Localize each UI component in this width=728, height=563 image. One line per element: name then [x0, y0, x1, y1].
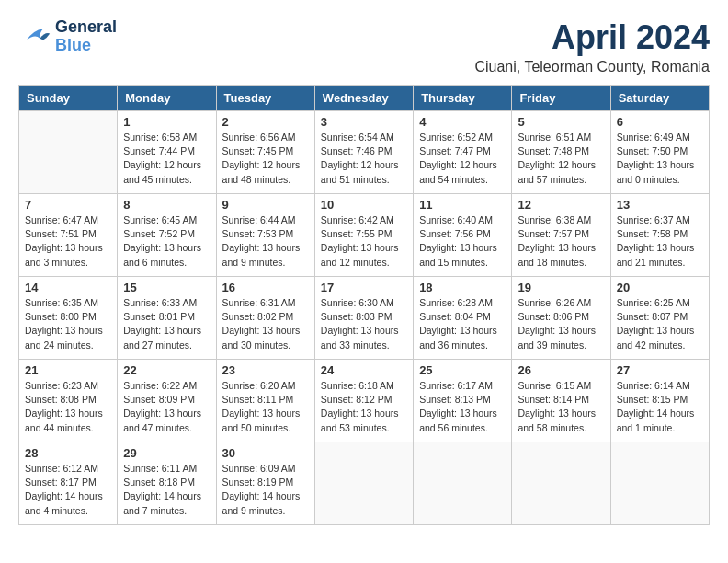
calendar-cell: [314, 442, 413, 525]
calendar-cell: 14Sunrise: 6:35 AMSunset: 8:00 PMDayligh…: [19, 277, 118, 360]
day-number: 22: [123, 363, 210, 377]
day-number: 3: [321, 115, 407, 129]
column-header-monday: Monday: [118, 86, 216, 111]
calendar-cell: 23Sunrise: 6:20 AMSunset: 8:11 PMDayligh…: [216, 360, 314, 442]
calendar-cell: 18Sunrise: 6:28 AMSunset: 8:04 PMDayligh…: [414, 277, 512, 360]
day-number: 11: [419, 198, 506, 212]
week-row-1: 1Sunrise: 6:58 AMSunset: 7:44 PMDaylight…: [19, 111, 710, 194]
page-header: General Blue April 2024 Ciuani, Teleorma…: [18, 18, 710, 75]
day-number: 21: [25, 363, 111, 377]
cell-info: Sunrise: 6:17 AMSunset: 8:13 PMDaylight:…: [419, 379, 506, 435]
calendar-cell: 21Sunrise: 6:23 AMSunset: 8:08 PMDayligh…: [19, 360, 118, 442]
cell-info: Sunrise: 6:30 AMSunset: 8:03 PMDaylight:…: [321, 296, 407, 352]
week-row-5: 28Sunrise: 6:12 AMSunset: 8:17 PMDayligh…: [19, 442, 710, 525]
calendar-cell: [414, 442, 512, 525]
calendar-cell: 10Sunrise: 6:42 AMSunset: 7:55 PMDayligh…: [314, 194, 413, 277]
cell-info: Sunrise: 6:54 AMSunset: 7:46 PMDaylight:…: [321, 131, 407, 187]
calendar-cell: 25Sunrise: 6:17 AMSunset: 8:13 PMDayligh…: [414, 360, 512, 442]
day-number: 16: [222, 281, 309, 294]
cell-info: Sunrise: 6:33 AMSunset: 8:01 PMDaylight:…: [123, 296, 210, 352]
column-header-friday: Friday: [512, 86, 610, 111]
calendar-cell: 19Sunrise: 6:26 AMSunset: 8:06 PMDayligh…: [512, 277, 610, 360]
day-number: 15: [123, 281, 210, 294]
day-number: 29: [123, 446, 210, 460]
week-row-4: 21Sunrise: 6:23 AMSunset: 8:08 PMDayligh…: [19, 360, 710, 442]
cell-info: Sunrise: 6:31 AMSunset: 8:02 PMDaylight:…: [222, 296, 309, 352]
day-number: 24: [321, 363, 407, 377]
calendar-cell: 6Sunrise: 6:49 AMSunset: 7:50 PMDaylight…: [610, 111, 709, 194]
cell-info: Sunrise: 6:12 AMSunset: 8:17 PMDaylight:…: [25, 462, 111, 518]
calendar-cell: 3Sunrise: 6:54 AMSunset: 7:46 PMDaylight…: [314, 111, 413, 194]
column-header-tuesday: Tuesday: [216, 86, 314, 111]
cell-info: Sunrise: 6:52 AMSunset: 7:47 PMDaylight:…: [419, 131, 506, 187]
calendar-cell: 9Sunrise: 6:44 AMSunset: 7:53 PMDaylight…: [216, 194, 314, 277]
calendar-cell: 1Sunrise: 6:58 AMSunset: 7:44 PMDaylight…: [118, 111, 216, 194]
day-number: 10: [321, 198, 407, 212]
cell-info: Sunrise: 6:14 AMSunset: 8:15 PMDaylight:…: [617, 379, 703, 435]
cell-info: Sunrise: 6:26 AMSunset: 8:06 PMDaylight:…: [518, 296, 604, 352]
day-number: 13: [617, 198, 703, 212]
week-row-2: 7Sunrise: 6:47 AMSunset: 7:51 PMDaylight…: [19, 194, 710, 277]
calendar-cell: 24Sunrise: 6:18 AMSunset: 8:12 PMDayligh…: [314, 360, 413, 442]
header-row: SundayMondayTuesdayWednesdayThursdayFrid…: [19, 86, 710, 111]
cell-info: Sunrise: 6:25 AMSunset: 8:07 PMDaylight:…: [617, 296, 703, 352]
cell-info: Sunrise: 6:20 AMSunset: 8:11 PMDaylight:…: [222, 379, 309, 435]
calendar-cell: 27Sunrise: 6:14 AMSunset: 8:15 PMDayligh…: [610, 360, 709, 442]
cell-info: Sunrise: 6:15 AMSunset: 8:14 PMDaylight:…: [518, 379, 604, 435]
cell-info: Sunrise: 6:58 AMSunset: 7:44 PMDaylight:…: [123, 131, 210, 187]
day-number: 1: [123, 115, 210, 129]
day-number: 20: [617, 281, 703, 294]
day-number: 7: [25, 198, 111, 212]
calendar-cell: 12Sunrise: 6:38 AMSunset: 7:57 PMDayligh…: [512, 194, 610, 277]
day-number: 18: [419, 281, 506, 294]
cell-info: Sunrise: 6:18 AMSunset: 8:12 PMDaylight:…: [321, 379, 407, 435]
day-number: 14: [25, 281, 111, 294]
day-number: 6: [617, 115, 703, 129]
cell-info: Sunrise: 6:22 AMSunset: 8:09 PMDaylight:…: [123, 379, 210, 435]
calendar-cell: 4Sunrise: 6:52 AMSunset: 7:47 PMDaylight…: [414, 111, 512, 194]
day-number: 8: [123, 198, 210, 212]
calendar-cell: 20Sunrise: 6:25 AMSunset: 8:07 PMDayligh…: [610, 277, 709, 360]
calendar-cell: [19, 111, 118, 194]
column-header-saturday: Saturday: [610, 86, 709, 111]
title-block: April 2024 Ciuani, Teleorman County, Rom…: [474, 18, 710, 75]
calendar-cell: 26Sunrise: 6:15 AMSunset: 8:14 PMDayligh…: [512, 360, 610, 442]
cell-info: Sunrise: 6:35 AMSunset: 8:00 PMDaylight:…: [25, 296, 111, 352]
cell-info: Sunrise: 6:47 AMSunset: 7:51 PMDaylight:…: [25, 213, 111, 270]
cell-info: Sunrise: 6:38 AMSunset: 7:57 PMDaylight:…: [518, 213, 604, 270]
day-number: 25: [419, 363, 506, 377]
cell-info: Sunrise: 6:37 AMSunset: 7:58 PMDaylight:…: [617, 213, 703, 270]
day-number: 9: [222, 198, 309, 212]
logo: General Blue: [18, 18, 117, 55]
calendar-cell: 28Sunrise: 6:12 AMSunset: 8:17 PMDayligh…: [19, 442, 118, 525]
day-number: 5: [518, 115, 604, 129]
calendar-cell: [512, 442, 610, 525]
day-number: 4: [419, 115, 506, 129]
day-number: 28: [25, 446, 111, 460]
day-number: 30: [222, 446, 309, 460]
calendar-cell: 8Sunrise: 6:45 AMSunset: 7:52 PMDaylight…: [118, 194, 216, 277]
calendar-table: SundayMondayTuesdayWednesdayThursdayFrid…: [18, 85, 710, 525]
calendar-cell: 13Sunrise: 6:37 AMSunset: 7:58 PMDayligh…: [610, 194, 709, 277]
column-header-sunday: Sunday: [19, 86, 118, 111]
calendar-cell: 22Sunrise: 6:22 AMSunset: 8:09 PMDayligh…: [118, 360, 216, 442]
day-number: 27: [617, 363, 703, 377]
logo-general-text: General: [55, 18, 117, 37]
calendar-cell: 30Sunrise: 6:09 AMSunset: 8:19 PMDayligh…: [216, 442, 314, 525]
cell-info: Sunrise: 6:56 AMSunset: 7:45 PMDaylight:…: [222, 131, 309, 187]
day-number: 26: [518, 363, 604, 377]
cell-info: Sunrise: 6:28 AMSunset: 8:04 PMDaylight:…: [419, 296, 506, 352]
calendar-cell: 5Sunrise: 6:51 AMSunset: 7:48 PMDaylight…: [512, 111, 610, 194]
cell-info: Sunrise: 6:45 AMSunset: 7:52 PMDaylight:…: [123, 213, 210, 270]
cell-info: Sunrise: 6:51 AMSunset: 7:48 PMDaylight:…: [518, 131, 604, 187]
calendar-cell: 17Sunrise: 6:30 AMSunset: 8:03 PMDayligh…: [314, 277, 413, 360]
logo-text: General Blue: [55, 18, 117, 55]
day-number: 12: [518, 198, 604, 212]
calendar-cell: 29Sunrise: 6:11 AMSunset: 8:18 PMDayligh…: [118, 442, 216, 525]
day-number: 23: [222, 363, 309, 377]
cell-info: Sunrise: 6:11 AMSunset: 8:18 PMDaylight:…: [123, 462, 210, 518]
location-title: Ciuani, Teleorman County, Romania: [474, 59, 710, 75]
logo-icon: [18, 23, 51, 51]
column-header-wednesday: Wednesday: [314, 86, 413, 111]
cell-info: Sunrise: 6:44 AMSunset: 7:53 PMDaylight:…: [222, 213, 309, 270]
